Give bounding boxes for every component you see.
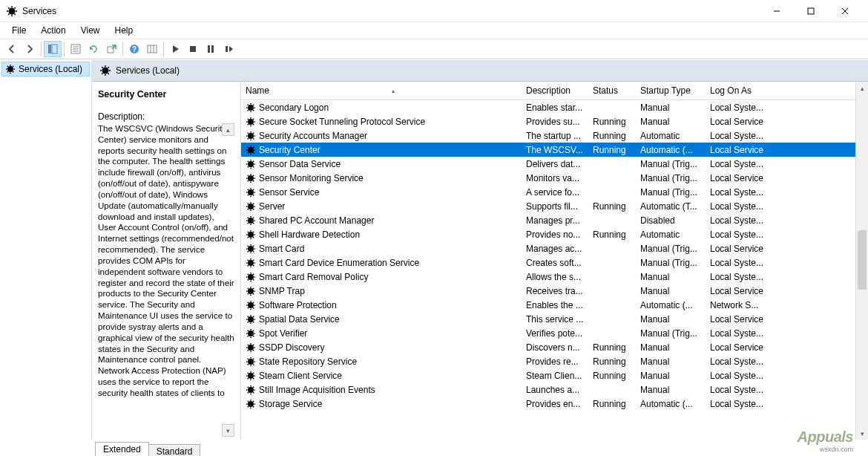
- service-name: Steam Client Service: [259, 371, 342, 381]
- service-row[interactable]: Spot VerifierVerifies pote...Manual (Tri…: [241, 326, 868, 340]
- maximize-button[interactable]: [794, 1, 828, 22]
- service-desc: Allows the s...: [522, 272, 588, 282]
- service-row[interactable]: ServerSupports fil...RunningAutomatic (T…: [241, 199, 868, 213]
- service-row[interactable]: Still Image Acquisition EventsLaunches a…: [241, 382, 868, 397]
- tab-standard[interactable]: Standard: [148, 444, 201, 456]
- service-row[interactable]: Security CenterThe WSCSV...RunningAutoma…: [241, 143, 868, 157]
- service-row[interactable]: Secure Socket Tunneling Protocol Service…: [241, 114, 868, 128]
- watermark-brand: Appuals: [798, 429, 853, 446]
- service-row[interactable]: Security Accounts ManagerThe startup ...…: [241, 128, 868, 143]
- title-bar: Services: [0, 0, 868, 22]
- tree-item-label: Services (Local): [19, 64, 82, 74]
- service-logon: Local Syste...: [706, 272, 772, 282]
- tree-pane: Services (Local): [0, 60, 92, 440]
- properties-button[interactable]: [67, 41, 85, 57]
- start-service-button[interactable]: [166, 41, 184, 57]
- desc-scroll-up[interactable]: ▴: [222, 123, 234, 136]
- service-icon: [246, 371, 256, 381]
- service-row[interactable]: Sensor ServiceA service fo...Manual (Tri…: [241, 185, 868, 199]
- menu-help[interactable]: Help: [108, 24, 141, 37]
- service-logon: Local Service: [706, 117, 772, 127]
- service-row[interactable]: Software ProtectionEnables the ...Automa…: [241, 298, 868, 312]
- service-status: Running: [588, 201, 636, 212]
- service-startup: Automatic: [636, 131, 706, 141]
- menu-file[interactable]: File: [4, 24, 33, 37]
- forward-button[interactable]: [21, 41, 39, 57]
- service-row[interactable]: SSDP DiscoveryDiscovers n...RunningManua…: [241, 340, 868, 354]
- service-desc: A service fo...: [522, 187, 588, 198]
- service-row[interactable]: Sensor Monitoring ServiceMonitors va...M…: [241, 171, 868, 185]
- service-row[interactable]: Smart Card Removal PolicyAllows the s...…: [241, 270, 868, 284]
- service-name: Shell Hardware Detection: [259, 229, 360, 240]
- col-name[interactable]: Name▴: [241, 82, 522, 100]
- service-row[interactable]: Secondary LogonEnables star...ManualLoca…: [241, 100, 868, 114]
- restart-service-button[interactable]: [220, 41, 237, 57]
- service-logon: Local Service: [706, 244, 772, 254]
- service-logon: Local Syste...: [706, 399, 772, 409]
- service-row[interactable]: Smart CardManages ac...Manual (Trig...Lo…: [241, 241, 868, 255]
- help-button[interactable]: ?: [125, 41, 143, 57]
- menu-view[interactable]: View: [73, 24, 108, 37]
- scroll-down-icon[interactable]: ▾: [856, 427, 868, 440]
- service-icon: [246, 272, 256, 282]
- service-desc: Monitors va...: [522, 173, 588, 183]
- service-icon: [246, 215, 256, 226]
- service-icon: [246, 286, 256, 296]
- service-desc: Manages pr...: [522, 215, 588, 226]
- service-desc: Verifies pote...: [522, 328, 588, 339]
- col-description[interactable]: Description: [522, 82, 588, 100]
- service-desc: Provides su...: [522, 117, 588, 127]
- service-logon: Local Service: [706, 286, 772, 296]
- service-row[interactable]: Spatial Data ServiceThis service ...Manu…: [241, 312, 868, 326]
- refresh-button[interactable]: [85, 41, 102, 57]
- service-name: Sensor Service: [259, 187, 319, 198]
- service-row[interactable]: State Repository ServiceProvides re...Ru…: [241, 354, 868, 368]
- service-startup: Manual (Trig...: [636, 187, 706, 198]
- service-name: Secondary Logon: [259, 102, 329, 113]
- pause-service-button[interactable]: [202, 41, 220, 57]
- service-icon: [246, 229, 256, 240]
- service-icon: [246, 145, 256, 155]
- service-desc: Delivers dat...: [522, 159, 588, 169]
- tree-item-services-local[interactable]: Services (Local): [1, 62, 90, 76]
- service-status: Running: [588, 229, 636, 240]
- show-tree-button[interactable]: [44, 41, 62, 57]
- col-status[interactable]: Status: [588, 82, 636, 100]
- minimize-button[interactable]: [760, 1, 794, 22]
- list-scrollbar[interactable]: ▴ ▾: [855, 82, 868, 440]
- service-startup: Manual (Trig...: [636, 159, 706, 169]
- service-row[interactable]: Shell Hardware DetectionProvides no...Ru…: [241, 227, 868, 241]
- menu-action[interactable]: Action: [33, 24, 73, 37]
- service-row[interactable]: Storage ServiceProvides en...RunningAuto…: [241, 397, 868, 411]
- service-startup: Manual: [636, 117, 706, 127]
- service-desc: Provides re...: [522, 356, 588, 367]
- svg-rect-28: [226, 46, 228, 52]
- service-row[interactable]: Steam Client ServiceSteam Clien...Runnin…: [241, 368, 868, 382]
- service-desc: Enables star...: [522, 102, 588, 113]
- service-name: Software Protection: [259, 300, 337, 310]
- col-startup[interactable]: Startup Type: [636, 82, 706, 100]
- service-row[interactable]: Sensor Data ServiceDelivers dat...Manual…: [241, 157, 868, 171]
- close-button[interactable]: [828, 1, 862, 22]
- stop-service-button[interactable]: [184, 41, 202, 57]
- service-desc: This service ...: [522, 314, 588, 325]
- service-startup: Automatic (...: [636, 300, 706, 310]
- columns-button[interactable]: [143, 41, 161, 57]
- service-row[interactable]: SNMP TrapReceives tra...ManualLocal Serv…: [241, 284, 868, 298]
- service-status: Running: [588, 371, 636, 381]
- back-button[interactable]: [3, 41, 21, 57]
- scroll-thumb[interactable]: [858, 230, 867, 290]
- desc-scroll-down[interactable]: ▾: [222, 424, 234, 437]
- export-button[interactable]: [102, 41, 120, 57]
- service-row[interactable]: Shared PC Account ManagerManages pr...Di…: [241, 213, 868, 227]
- service-icon: [246, 385, 256, 395]
- col-logon[interactable]: Log On As: [706, 82, 772, 100]
- service-status: Running: [588, 342, 636, 353]
- service-logon: Local Syste...: [706, 371, 772, 381]
- tab-extended[interactable]: Extended: [95, 442, 149, 456]
- service-startup: Manual (Trig...: [636, 328, 706, 339]
- service-desc: Provides no...: [522, 229, 588, 240]
- service-name: Secure Socket Tunneling Protocol Service: [259, 117, 425, 127]
- service-row[interactable]: Smart Card Device Enumeration ServiceCre…: [241, 255, 868, 270]
- scroll-up-icon[interactable]: ▴: [856, 82, 868, 94]
